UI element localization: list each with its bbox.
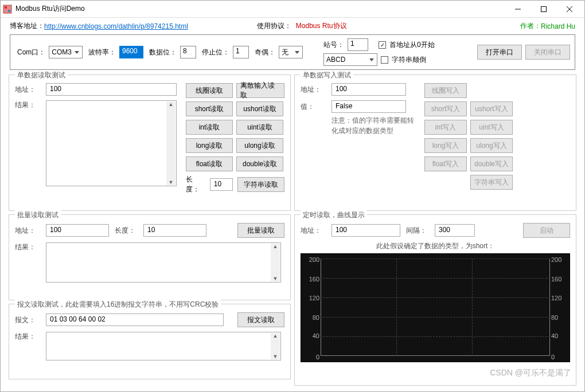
com-label: Com口：: [17, 48, 45, 57]
read-ushort-button[interactable]: ushort读取: [236, 101, 283, 116]
baud-input[interactable]: 9600: [119, 46, 143, 58]
write-ushort-button[interactable]: ushort写入: [470, 101, 513, 116]
svg-rect-4: [541, 6, 546, 11]
read-discrete-button[interactable]: 离散输入读取: [236, 83, 284, 98]
author-value: Richard Hu: [541, 22, 575, 30]
proto-label: 使用协议：: [257, 21, 291, 31]
batch-read-button[interactable]: 批量读取: [237, 223, 284, 238]
scrollbar[interactable]: ▲▼: [271, 244, 280, 281]
read-string-button[interactable]: 字符串读取: [237, 177, 284, 192]
parity-label: 奇偶：: [255, 48, 275, 57]
timed-interval-input[interactable]: 300: [435, 224, 475, 237]
scrollbar[interactable]: ▲▼: [271, 333, 280, 359]
read-result-textarea[interactable]: ▲▼: [46, 100, 177, 186]
read-coil-button[interactable]: 线圈读取: [186, 83, 233, 98]
write-addr-input[interactable]: 100: [332, 83, 406, 96]
chart-area: 200 160 120 80 40 0 200 160 120 80 40 0: [301, 253, 570, 362]
byteorder-select[interactable]: ABCD: [323, 53, 377, 66]
group-legend: 单数据读取测试: [15, 70, 68, 80]
read-uint-button[interactable]: uint读取: [236, 120, 283, 135]
write-note: 注意：值的字符串需要能转化成对应的数据类型: [332, 115, 415, 136]
close-port-button: 关闭串口: [525, 45, 570, 60]
timed-addr-input[interactable]: 100: [332, 224, 400, 237]
write-value-input[interactable]: False: [332, 100, 406, 113]
batch-read-group: 批量读取测试 地址：100 长度：10 批量读取 结果： ▲▼: [9, 214, 291, 300]
read-int-button[interactable]: int读取: [186, 120, 233, 135]
svg-rect-1: [5, 6, 7, 9]
station-input[interactable]: 1: [348, 38, 368, 51]
batch-addr-input[interactable]: 100: [46, 224, 109, 237]
blog-label: 博客地址：: [10, 21, 44, 31]
msg-result-textarea[interactable]: ▲▼: [46, 332, 281, 360]
blog-link[interactable]: http://www.cnblogs.com/dathlin/p/8974215…: [44, 22, 188, 30]
read-long-button[interactable]: long读取: [186, 138, 233, 153]
addr0-checkbox[interactable]: ✓: [379, 41, 386, 49]
read-ulong-button[interactable]: ulong读取: [236, 138, 283, 153]
com-select[interactable]: COM3: [49, 46, 83, 58]
svg-rect-2: [8, 10, 10, 12]
batch-len-input[interactable]: 10: [143, 224, 206, 237]
stopbits-input[interactable]: 1: [233, 46, 249, 58]
minimize-button[interactable]: [505, 1, 531, 17]
write-string-button[interactable]: 字符串写入: [470, 175, 513, 190]
msg-read-group: 报文读取测试，此处需要填入16进制报文字符串，不用写CRC校验 报文：01 03…: [9, 304, 291, 379]
read-short-button[interactable]: short读取: [186, 101, 233, 116]
addr0-label: 首地址从0开始: [389, 40, 435, 50]
proto-value: Modbus Rtu协议: [296, 21, 347, 31]
baud-label: 波特率：: [88, 48, 116, 57]
single-read-group: 单数据读取测试 地址：100 结果： ▲▼ 线圈读取离散输入读取 short读取…: [9, 75, 291, 211]
app-icon: [3, 5, 12, 14]
start-button[interactable]: 启动: [523, 223, 570, 238]
write-long-button[interactable]: long写入: [424, 138, 467, 153]
databits-input[interactable]: 8: [180, 46, 196, 58]
author-label: 作者：: [520, 21, 541, 31]
write-uint-button[interactable]: uint写入: [470, 120, 513, 135]
maximize-button[interactable]: [531, 1, 556, 17]
batch-result-textarea[interactable]: ▲▼: [46, 242, 281, 283]
write-float-button[interactable]: float写入: [424, 156, 467, 171]
single-write-group: 单数据写入测试 地址：100 值：False 注意：值的字符串需要能转化成对应的…: [294, 75, 576, 211]
reverse-label: 字符串颠倒: [392, 55, 426, 65]
read-double-button[interactable]: double读取: [236, 156, 283, 171]
chart-note: 此处假设确定了数据的类型，为short：: [301, 241, 570, 251]
titlebar: Modbus Rtu访问Demo: [1, 1, 584, 18]
msg-input[interactable]: 01 03 00 64 00 02: [46, 313, 224, 326]
read-addr-input[interactable]: 100: [46, 83, 177, 96]
reverse-checkbox[interactable]: [381, 56, 388, 64]
read-len-input[interactable]: 10: [210, 178, 233, 191]
station-label: 站号：: [323, 40, 344, 50]
msg-read-button[interactable]: 报文读取: [237, 312, 284, 327]
parity-select[interactable]: 无: [279, 46, 303, 58]
timed-read-group: 定时读取，曲线显示 地址：100 间隔：300 启动 此处假设确定了数据的类型，…: [294, 214, 576, 386]
write-int-button[interactable]: int写入: [424, 120, 467, 135]
open-port-button[interactable]: 打开串口: [477, 45, 522, 60]
config-bar: Com口： COM3 波特率： 9600 数据位： 8 停止位： 1 奇偶： 无…: [10, 34, 575, 70]
write-short-button[interactable]: short写入: [424, 101, 467, 116]
stopbits-label: 停止位：: [202, 48, 229, 57]
scrollbar[interactable]: ▲▼: [166, 101, 176, 185]
write-ulong-button[interactable]: ulong写入: [470, 138, 513, 153]
write-double-button[interactable]: double写入: [470, 156, 513, 171]
write-coil-button[interactable]: 线圈写入: [424, 83, 467, 98]
window-title: Modbus Rtu访问Demo: [15, 4, 505, 14]
databits-label: 数据位：: [149, 48, 177, 57]
read-float-button[interactable]: float读取: [186, 156, 233, 171]
close-button[interactable]: [556, 1, 582, 17]
